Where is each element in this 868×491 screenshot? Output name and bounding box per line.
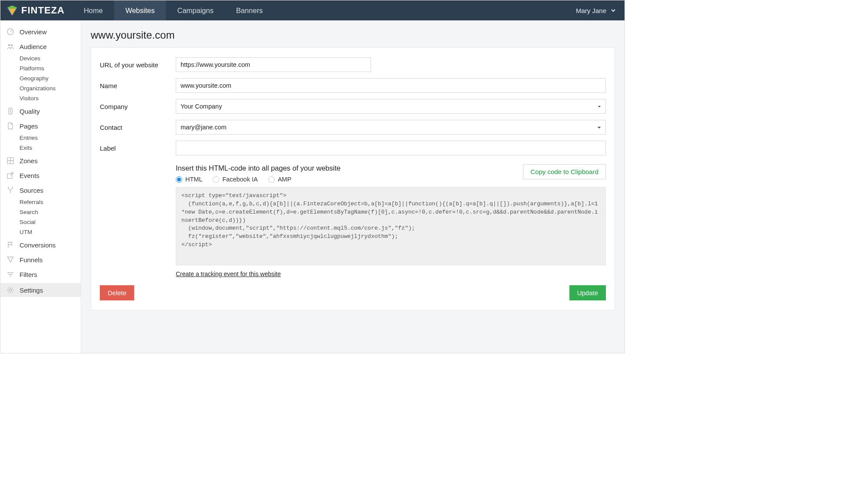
chevron-down-icon: [611, 8, 616, 13]
sidebar-item-label: Conversions: [20, 241, 56, 249]
sidebar-sub-visitors[interactable]: Visitors: [0, 93, 81, 103]
sidebar-item-overview[interactable]: Overview: [0, 25, 81, 39]
sidebar-item-label: Filters: [20, 271, 37, 278]
sidebar-item-label: Pages: [20, 122, 38, 130]
sidebar-item-filters[interactable]: Filters: [0, 267, 81, 281]
sidebar-item-label: Overview: [20, 28, 47, 36]
radio-amp[interactable]: AMP: [268, 176, 291, 183]
svg-point-6: [10, 112, 11, 113]
sidebar-sub-geography[interactable]: Geography: [0, 73, 81, 83]
merge-icon: [7, 186, 14, 194]
sidebar-item-label: Zones: [20, 157, 38, 165]
page-icon: [7, 122, 14, 130]
brand-logo[interactable]: FINTEZA: [0, 5, 72, 16]
copy-code-button[interactable]: Copy code to Clipboard: [523, 164, 606, 179]
sidebar-sub-organizations[interactable]: Organizations: [0, 83, 81, 93]
code-format-radios: HTML Facebook IA AMP: [176, 176, 514, 183]
sidebar-item-label: Funnels: [20, 256, 43, 264]
sidebar-item-label: Events: [20, 172, 39, 179]
sidebar-sub-social[interactable]: Social: [0, 217, 81, 227]
name-input[interactable]: [176, 78, 606, 93]
sidebar-sub-utm[interactable]: UTM: [0, 227, 81, 237]
label-url: URL of your website: [100, 61, 176, 69]
sidebar-item-label: Sources: [20, 187, 43, 194]
brand-text: FINTEZA: [21, 5, 65, 16]
update-button[interactable]: Update: [569, 285, 606, 300]
radio-dot-icon: [213, 176, 219, 183]
user-menu[interactable]: Mary Jane: [567, 7, 625, 14]
radio-fbia[interactable]: Facebook IA: [213, 176, 257, 183]
sidebar-item-pages[interactable]: Pages: [0, 119, 81, 133]
nav-campaigns[interactable]: Campaigns: [166, 0, 224, 20]
sidebar-item-zones[interactable]: Zones: [0, 154, 81, 168]
filter-lines-icon: [7, 270, 14, 278]
funnel-icon: [7, 256, 14, 264]
svg-point-9: [8, 187, 9, 188]
traffic-light-icon: [7, 107, 14, 115]
sidebar-sub-exits[interactable]: Exits: [0, 143, 81, 153]
nav-home[interactable]: Home: [72, 0, 114, 20]
sidebar-item-events[interactable]: Events: [0, 168, 81, 182]
label-label: Label: [100, 145, 176, 152]
sidebar-sub-entries[interactable]: Entries: [0, 133, 81, 143]
page-title: www.yoursite.com: [91, 29, 615, 41]
user-name: Mary Jane: [576, 7, 606, 14]
sidebar-sub-devices[interactable]: Devices: [0, 53, 81, 63]
url-input[interactable]: [176, 57, 371, 72]
sidebar-item-settings[interactable]: Settings: [0, 283, 81, 297]
main-content: www.yoursite.com URL of your website Nam…: [81, 20, 625, 353]
sidebar-item-label: Audience: [20, 43, 47, 50]
label-input[interactable]: [176, 141, 606, 155]
sidebar-item-sources[interactable]: Sources: [0, 183, 81, 197]
topbar: FINTEZA Home Websites Campaigns Banners …: [0, 0, 625, 20]
company-select[interactable]: Your Company: [176, 99, 606, 114]
sidebar-sub-search[interactable]: Search: [0, 207, 81, 217]
sidebar-sub-referrals[interactable]: Referrals: [0, 197, 81, 207]
nav-banners[interactable]: Banners: [225, 0, 274, 20]
radio-html[interactable]: HTML: [176, 176, 202, 183]
delete-button[interactable]: Delete: [100, 285, 134, 300]
radio-dot-icon: [268, 176, 275, 183]
popout-icon: [7, 171, 14, 179]
flag-icon: [7, 241, 14, 249]
svg-point-1: [8, 44, 10, 46]
svg-point-11: [10, 289, 12, 291]
gear-icon: [7, 286, 14, 294]
sidebar-item-funnels[interactable]: Funnels: [0, 253, 81, 267]
label-name: Name: [100, 82, 176, 89]
svg-point-10: [12, 187, 13, 188]
svg-point-4: [10, 109, 11, 110]
sidebar-item-label: Settings: [20, 287, 43, 294]
grid-icon: [7, 157, 14, 165]
nav-websites[interactable]: Websites: [114, 0, 166, 20]
people-icon: [7, 43, 14, 50]
contact-select[interactable]: mary@jane.com: [176, 120, 606, 135]
sidebar-item-conversions[interactable]: Conversions: [0, 238, 81, 252]
create-tracking-event-link[interactable]: Create a tracking event for this website: [176, 270, 281, 277]
sidebar-sub-platforms[interactable]: Platforms: [0, 63, 81, 73]
settings-card: URL of your website Name Company Your Co…: [91, 47, 615, 310]
code-snippet[interactable]: <script type="text/javascript"> (functio…: [176, 187, 606, 265]
radio-dot-icon: [176, 176, 182, 183]
sidebar-item-label: Quality: [20, 108, 40, 115]
sidebar-item-quality[interactable]: Quality: [0, 104, 81, 118]
gauge-icon: [7, 28, 14, 36]
svg-point-5: [10, 111, 11, 112]
label-contact: Contact: [100, 124, 176, 131]
code-caption: Insert this HTML-code into all pages of …: [176, 164, 514, 172]
sidebar: Overview Audience Devices Platforms Geog…: [0, 20, 81, 353]
label-company: Company: [100, 103, 176, 110]
top-nav: Home Websites Campaigns Banners: [72, 0, 274, 20]
sidebar-item-audience[interactable]: Audience: [0, 40, 81, 53]
svg-point-2: [11, 44, 13, 46]
finteza-logo-icon: [7, 5, 18, 16]
